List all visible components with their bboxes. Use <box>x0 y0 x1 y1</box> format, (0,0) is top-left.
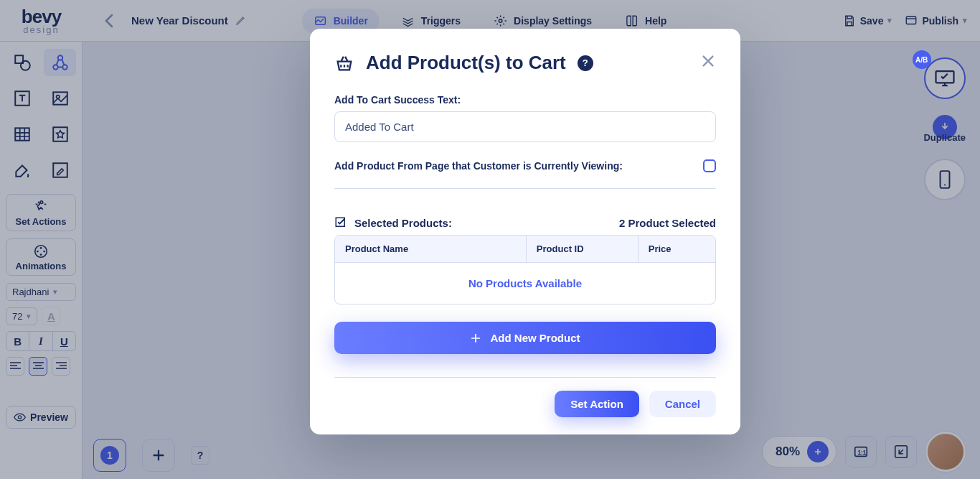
basket-icon <box>334 53 354 73</box>
table-empty: No Products Available <box>335 263 715 304</box>
cancel-button[interactable]: Cancel <box>649 391 716 417</box>
add-to-cart-modal: Add Product(s) to Cart ? Add To Cart Suc… <box>310 29 740 434</box>
add-new-product-button[interactable]: Add New Product <box>334 322 716 354</box>
selected-products-label: Selected Products: <box>354 217 452 229</box>
add-from-page-checkbox[interactable] <box>703 159 716 172</box>
close-icon <box>700 53 716 69</box>
col-id: Product ID <box>527 236 639 262</box>
col-name: Product Name <box>335 236 527 262</box>
add-from-page-label: Add Product From Page that Customer is C… <box>334 160 623 172</box>
modal-help-button[interactable]: ? <box>578 55 593 71</box>
check-icon <box>334 216 347 229</box>
svg-rect-26 <box>336 218 344 226</box>
products-table: Product Name Product ID Price No Product… <box>334 235 716 304</box>
success-text-input[interactable] <box>334 111 716 142</box>
set-action-button[interactable]: Set Action <box>555 391 639 417</box>
plus-icon <box>470 332 481 344</box>
modal-title: Add Product(s) to Cart <box>366 52 566 74</box>
selected-count: 2 Product Selected <box>619 217 716 229</box>
close-button[interactable] <box>700 53 716 69</box>
ab-test-badge[interactable]: A/B <box>913 50 931 69</box>
success-text-label: Add To Cart Success Text: <box>334 94 716 106</box>
col-price: Price <box>639 236 715 262</box>
